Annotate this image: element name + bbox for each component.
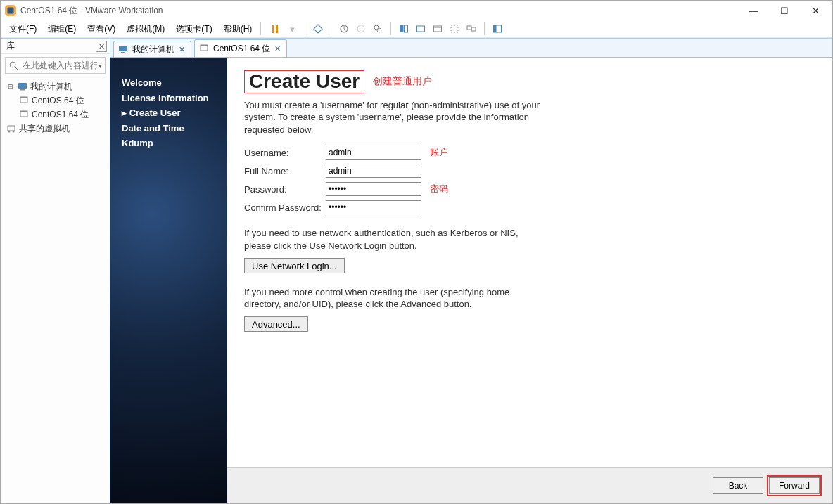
library-panel: 库 ✕ ▾ ⊟ 我的计算机 CentOS 64 位 — [1, 39, 110, 503]
menu-file[interactable]: 文件(F) — [4, 20, 42, 37]
vm-viewport[interactable]: Welcome License Information Create User … — [110, 58, 832, 503]
snapshot-button[interactable] — [311, 22, 325, 36]
password-label: Password: — [244, 184, 326, 195]
username-input[interactable] — [326, 146, 421, 160]
svg-rect-24 — [20, 111, 27, 112]
titlebar: CentOS1 64 位 - VMware Workstation — ☐ ✕ — [1, 1, 832, 20]
svg-line-18 — [15, 67, 18, 70]
svg-rect-22 — [20, 97, 27, 98]
tree-label: 共享的虚拟机 — [19, 123, 70, 135]
revert-snapshot-icon[interactable] — [337, 22, 351, 36]
heading-annotation: 创建普通用户 — [373, 75, 432, 88]
tree-label: CentOS1 64 位 — [32, 109, 89, 121]
minimize-button[interactable]: — — [738, 1, 769, 20]
username-annotation: 账户 — [430, 146, 448, 159]
tree-shared-vms[interactable]: 共享的虚拟机 — [6, 122, 110, 136]
toolbar: ▾ — [264, 20, 504, 37]
console-icon[interactable] — [431, 22, 445, 36]
close-window-button[interactable]: ✕ — [800, 1, 831, 20]
vm-icon — [199, 44, 209, 53]
svg-rect-7 — [400, 25, 404, 32]
password-input[interactable] — [326, 182, 421, 196]
svg-rect-20 — [20, 89, 25, 91]
svg-marker-2 — [314, 25, 322, 33]
menu-edit[interactable]: 编辑(E) — [42, 20, 82, 37]
menu-view[interactable]: 查看(V) — [82, 20, 121, 37]
sidebar-item-license[interactable]: License Information — [122, 93, 227, 104]
library-search-input[interactable] — [21, 58, 98, 72]
sidebar-item-datetime[interactable]: Date and Time — [122, 123, 227, 134]
guest-setup-sidebar: Welcome License Information Create User … — [110, 58, 227, 503]
confirm-password-input[interactable] — [326, 200, 421, 214]
library-toggle-icon[interactable] — [490, 22, 504, 36]
tree-vm-centos1[interactable]: CentOS1 64 位 — [6, 108, 110, 122]
multimon-icon[interactable] — [464, 22, 478, 36]
svg-rect-13 — [467, 26, 471, 30]
tab-close-icon[interactable]: ✕ — [179, 45, 185, 54]
svg-rect-28 — [119, 46, 127, 51]
sidebar-item-welcome[interactable]: Welcome — [122, 77, 227, 89]
window-controls: — ☐ ✕ — [738, 1, 831, 20]
back-button[interactable]: Back — [713, 477, 763, 494]
username-label: Username: — [244, 148, 326, 158]
library-close-button[interactable]: ✕ — [96, 41, 107, 52]
svg-rect-25 — [8, 126, 15, 131]
svg-rect-31 — [201, 45, 208, 46]
fullscreen-icon[interactable] — [397, 22, 411, 36]
manage-snapshot-icon[interactable] — [371, 22, 385, 36]
guest-content: Create User 创建普通用户 You must create a 'us… — [227, 58, 832, 503]
svg-rect-16 — [494, 25, 497, 32]
take-snapshot-icon[interactable] — [354, 22, 368, 36]
unity-icon[interactable] — [414, 22, 428, 36]
menu-vm[interactable]: 虚拟机(M) — [121, 20, 170, 37]
document-tabs: 我的计算机 ✕ CentOS1 64 位 ✕ — [110, 39, 832, 58]
svg-point-4 — [357, 25, 364, 32]
expand-icon[interactable]: ⊟ — [6, 83, 15, 90]
svg-rect-19 — [18, 83, 27, 89]
tree-vm-centos[interactable]: CentOS 64 位 — [6, 93, 110, 108]
tree-label: 我的计算机 — [30, 81, 72, 93]
sidebar-item-create-user[interactable]: Create User — [122, 108, 227, 119]
search-dropdown-icon[interactable]: ▾ — [98, 62, 102, 70]
tree-root-my-computer[interactable]: ⊟ 我的计算机 — [6, 79, 110, 93]
fullname-input[interactable] — [326, 164, 421, 178]
use-network-login-button[interactable]: Use Network Login... — [244, 258, 345, 273]
svg-rect-8 — [405, 25, 408, 32]
tab-vm-centos1[interactable]: CentOS1 64 位 ✕ — [194, 39, 287, 57]
page-heading: Create User — [244, 70, 364, 93]
library-tree: ⊟ 我的计算机 CentOS 64 位 CentOS1 64 位 共享的虚拟机 — [1, 77, 110, 503]
maximize-button[interactable]: ☐ — [769, 1, 800, 20]
menu-tabs[interactable]: 选项卡(T) — [170, 20, 217, 37]
svg-rect-12 — [451, 25, 458, 32]
computer-icon — [18, 82, 27, 91]
wizard-footer: Back Forward — [227, 467, 832, 503]
window-title: CentOS1 64 位 - VMware Workstation — [20, 5, 163, 17]
sidebar-item-kdump[interactable]: Kdump — [122, 138, 227, 149]
tab-close-icon[interactable]: ✕ — [274, 44, 281, 53]
shared-icon — [6, 124, 16, 134]
library-title: 库 — [6, 40, 15, 52]
tab-label: 我的计算机 — [132, 44, 174, 56]
advanced-button[interactable]: Advanced... — [244, 316, 308, 332]
svg-rect-10 — [434, 26, 442, 32]
vm-icon — [19, 96, 29, 105]
confirm-password-label: Confirm Password: — [244, 202, 326, 213]
vm-icon — [19, 110, 29, 119]
svg-rect-9 — [417, 26, 425, 32]
toolbar-dropdown[interactable]: ▾ — [285, 22, 299, 36]
computer-icon — [118, 44, 128, 54]
svg-point-26 — [8, 131, 11, 133]
library-search[interactable]: ▾ — [5, 57, 106, 74]
svg-rect-29 — [121, 52, 125, 53]
tab-home[interactable]: 我的计算机 ✕ — [113, 41, 191, 57]
pause-vm-button[interactable] — [268, 22, 282, 36]
page-description: You must create a 'username' for regular… — [244, 99, 540, 136]
menu-help[interactable]: 帮助(H) — [218, 20, 258, 37]
svg-point-27 — [13, 131, 15, 133]
svg-point-17 — [10, 62, 15, 67]
svg-point-6 — [377, 28, 381, 32]
forward-button[interactable]: Forward — [769, 477, 820, 494]
stretch-icon[interactable] — [447, 22, 462, 36]
svg-rect-1 — [8, 8, 14, 14]
svg-rect-14 — [471, 27, 476, 31]
